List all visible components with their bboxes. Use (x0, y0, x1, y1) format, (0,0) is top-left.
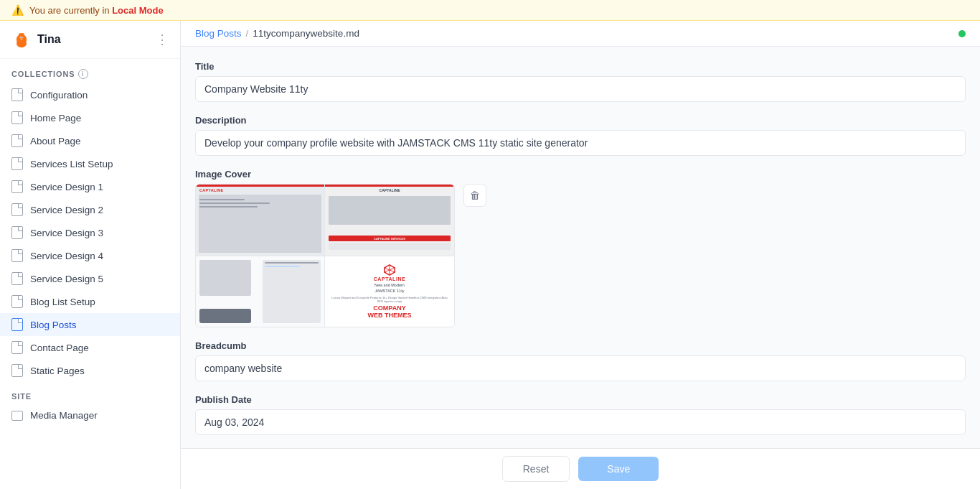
breadcrumb-parent-link[interactable]: Blog Posts (195, 28, 242, 39)
breadcrumb-separator: / (246, 28, 249, 39)
sidebar-item-label-service-design-2: Service Design 2 (30, 205, 103, 215)
form-area: Title Description Image Cover (181, 47, 980, 448)
sidebar-item-label-blog-posts: Blog Posts (30, 320, 77, 330)
sidebar-item-configuration[interactable]: Configuration (0, 83, 180, 106)
img-cell-bottom-right: CAPTALINE New and Modern JAMSTACK 11ty L… (325, 256, 454, 327)
sidebar-menu-icon[interactable]: ⋮ (156, 32, 169, 47)
save-button[interactable]: Save (578, 457, 659, 481)
banner-text: You are currently in Local Mode (29, 5, 164, 16)
image-cover-container: CAPTALINE CAPTALINE (195, 184, 966, 327)
file-icon-contact-page (11, 341, 23, 354)
sidebar-item-blog-list-setup[interactable]: Blog List Setup (0, 290, 180, 313)
breadcrumb-current: 11tycompanywebsite.md (253, 28, 359, 39)
svg-point-9 (22, 37, 23, 38)
svg-point-6 (20, 37, 22, 38)
media-manager-icon (11, 411, 23, 421)
sidebar-logo: Tina (11, 29, 61, 50)
sidebar-item-media-manager[interactable]: Media Manager (0, 405, 180, 426)
sidebar-item-label-blog-list-setup: Blog List Setup (30, 297, 95, 307)
img-cell-top-right: CAPTALINE CAPTALINE SERVICES (325, 185, 454, 256)
svg-point-8 (20, 37, 21, 38)
svg-point-10 (21, 39, 23, 39)
file-icon-service-design-5 (11, 272, 23, 285)
img-cell-bottom-left (196, 256, 325, 327)
file-icon-blog-posts (11, 318, 23, 331)
file-icon-blog-list-setup (11, 295, 23, 308)
bottom-bar: Reset Save (181, 448, 980, 489)
file-icon-configuration (11, 88, 23, 101)
title-input[interactable] (195, 76, 966, 102)
sidebar-header: Tina ⋮ (0, 21, 180, 59)
sidebar-item-service-design-5[interactable]: Service Design 5 (0, 267, 180, 290)
sidebar-item-service-design-2[interactable]: Service Design 2 (0, 198, 180, 221)
sidebar-item-blog-posts[interactable]: Blog Posts (0, 313, 180, 336)
description-group: Description (195, 115, 966, 156)
file-icon-home-page (11, 111, 23, 124)
sidebar-item-about-page[interactable]: About Page (0, 129, 180, 152)
breadcrumb-field-label: Breadcumb (195, 340, 966, 351)
description-label: Description (195, 115, 966, 126)
image-preview: CAPTALINE CAPTALINE (195, 184, 455, 327)
sidebar-item-service-design-1[interactable]: Service Design 1 (0, 175, 180, 198)
warning-icon: ⚠️ (11, 4, 24, 16)
local-mode-banner: ⚠️ You are currently in Local Mode (0, 0, 980, 21)
collections-info-icon[interactable]: i (78, 69, 88, 79)
description-input[interactable] (195, 130, 966, 156)
publish-date-input[interactable] (195, 409, 966, 435)
breadcrumb-field-input[interactable] (195, 355, 966, 381)
image-cover-label: Image Cover (195, 169, 966, 180)
sidebar-item-label-service-design-4: Service Design 4 (30, 251, 103, 261)
breadcrumb: Blog Posts / 11tycompanywebsite.md (195, 28, 359, 39)
sidebar-item-label-services-list-setup: Services List Setup (30, 159, 113, 169)
collections-section-label: COLLECTIONS i (0, 59, 180, 83)
sidebar-items-container: Configuration Home Page About Page Servi… (0, 83, 180, 382)
breadcrumb-field-group: Breadcumb (195, 340, 966, 381)
sidebar-item-label-static-pages: Static Pages (30, 365, 85, 376)
file-icon-about-page (11, 134, 23, 147)
site-section-label: SITE (0, 382, 180, 405)
svg-point-7 (22, 37, 23, 38)
sidebar-item-service-design-4[interactable]: Service Design 4 (0, 244, 180, 267)
status-indicator (958, 30, 966, 37)
delete-image-button[interactable]: 🗑 (463, 184, 486, 207)
breadcrumb-bar: Blog Posts / 11tycompanywebsite.md (181, 21, 980, 47)
sidebar-item-label-service-design-3: Service Design 3 (30, 228, 103, 238)
sidebar-item-contact-page[interactable]: Contact Page (0, 336, 180, 359)
sidebar-item-home-page[interactable]: Home Page (0, 106, 180, 129)
sidebar-item-service-design-3[interactable]: Service Design 3 (0, 221, 180, 244)
publish-date-group: Publish Date (195, 394, 966, 435)
svg-point-3 (18, 33, 25, 41)
file-icon-service-design-3 (11, 226, 23, 239)
title-label: Title (195, 61, 966, 72)
sidebar-item-label-service-design-5: Service Design 5 (30, 274, 103, 284)
media-manager-label: Media Manager (30, 410, 98, 421)
sidebar-item-services-list-setup[interactable]: Services List Setup (0, 152, 180, 175)
tina-logo-icon (11, 29, 32, 50)
sidebar-item-label-configuration: Configuration (30, 90, 88, 101)
publish-date-label: Publish Date (195, 394, 966, 405)
sidebar: Tina ⋮ COLLECTIONS i Configuration Home … (0, 21, 181, 489)
sidebar-item-label-about-page: About Page (30, 136, 81, 146)
app-name: Tina (37, 33, 61, 46)
sidebar-item-static-pages[interactable]: Static Pages (0, 359, 180, 382)
sidebar-item-label-contact-page: Contact Page (30, 343, 89, 353)
reset-button[interactable]: Reset (502, 456, 570, 482)
file-icon-services-list-setup (11, 157, 23, 170)
file-icon-service-design-4 (11, 249, 23, 262)
file-icon-service-design-1 (11, 180, 23, 193)
main-content: Blog Posts / 11tycompanywebsite.md Title… (181, 21, 980, 489)
title-group: Title (195, 61, 966, 102)
img-cell-top-left: CAPTALINE (196, 185, 325, 256)
image-cover-group: Image Cover CAPTALINE (195, 169, 966, 327)
captaline-logo-svg (383, 264, 396, 276)
sidebar-item-label-home-page: Home Page (30, 113, 81, 124)
file-icon-service-design-2 (11, 203, 23, 216)
file-icon-static-pages (11, 364, 23, 377)
sidebar-item-label-service-design-1: Service Design 1 (30, 182, 103, 192)
